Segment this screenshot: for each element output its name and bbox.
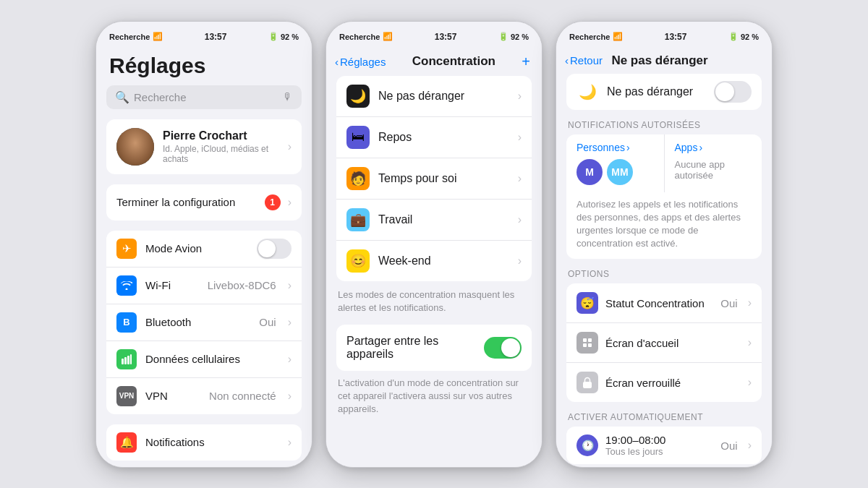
weekend-icon: 😊 xyxy=(346,249,370,273)
statut-value: Oui xyxy=(720,297,737,309)
bluetooth-row[interactable]: B Bluetooth Oui › xyxy=(106,304,302,341)
share-label: Partager entre les appareils xyxy=(346,335,475,361)
temps-chevron-icon: › xyxy=(518,172,522,185)
travail-label: Travail xyxy=(378,213,509,226)
settings-title: Réglages xyxy=(96,48,312,85)
time-1: 13:57 xyxy=(205,32,227,42)
temps-icon: 🧑 xyxy=(346,167,370,190)
phone3-content: ‹ Retour Ne pas déranger 🌙 Ne pas dérang… xyxy=(556,48,772,467)
phones-container: Recherche 📶 13:57 🔋 92 % Réglages 🔍 Rech… xyxy=(81,7,787,482)
wifi-icon-3: 📶 xyxy=(613,32,623,41)
status-right-1: 🔋 92 % xyxy=(268,32,299,41)
cellular-icon xyxy=(116,349,137,369)
avatar-face xyxy=(116,128,154,166)
status-bar-2: Recherche 📶 13:57 🔋 92 % xyxy=(326,22,542,48)
notif-authorized-group: Personnes › M MM Apps › Aucune xyxy=(566,134,762,260)
search-bar[interactable]: 🔍 Recherche 🎙 xyxy=(106,85,302,109)
config-badge: 1 xyxy=(265,194,281,210)
share-section: Partager entre les appareils xyxy=(336,325,532,371)
npd-label: Ne pas déranger xyxy=(378,90,509,103)
conc-row-temps[interactable]: 🧑 Temps pour soi › xyxy=(336,158,532,200)
accueil-label: Écran d'accueil xyxy=(605,337,741,349)
conc-row-weekend[interactable]: 😊 Week-end › xyxy=(336,241,532,281)
svg-rect-8 xyxy=(583,382,592,388)
verrouille-label: Écran verrouillé xyxy=(605,377,741,389)
status-left-3: Recherche 📶 xyxy=(569,32,623,41)
phone2-content: ‹ Réglages Concentration + 🌙 Ne pas déra… xyxy=(326,48,542,467)
options-section-header: OPTIONS xyxy=(556,259,772,283)
auto-info: 19:00–08:00 Tous les jours xyxy=(605,434,713,457)
settings-group-2: 🔔 Notifications › xyxy=(106,424,302,461)
repos-chevron-icon: › xyxy=(518,131,522,144)
nav-bar-2: ‹ Réglages Concentration + xyxy=(326,48,542,76)
statut-chevron-icon: › xyxy=(748,296,752,309)
concentration-hint: Les modes de concentration masquent les … xyxy=(326,281,542,325)
battery-icon-2: 🔋 xyxy=(498,32,509,41)
back-chevron-icon-3: ‹ xyxy=(565,54,569,67)
auto-clock-icon: 🕐 xyxy=(576,435,598,456)
svg-rect-5 xyxy=(588,338,592,342)
back-label-1: Recherche xyxy=(109,33,150,41)
airplane-mode-row[interactable]: ✈ Mode Avion xyxy=(106,231,302,267)
cellular-row[interactable]: Données cellulaires › xyxy=(106,341,302,378)
svg-rect-3 xyxy=(130,354,132,364)
temps-label: Temps pour soi xyxy=(378,172,509,185)
vpn-row[interactable]: VPN VPN Non connecté › xyxy=(106,378,302,414)
back-button-2[interactable]: ‹ Réglages xyxy=(335,56,386,68)
apps-col[interactable]: Apps › Aucune app autorisée xyxy=(665,134,762,192)
persons-avatars: M MM xyxy=(576,159,654,185)
notif-section-header: NOTIFICATIONS AUTORISÉES xyxy=(556,110,772,134)
auto-row-1[interactable]: 🕐 19:00–08:00 Tous les jours Oui › xyxy=(566,427,762,464)
profile-chevron-icon: › xyxy=(288,140,292,153)
svg-rect-7 xyxy=(588,343,592,347)
person-avatar-1: M xyxy=(576,159,603,185)
notifications-row[interactable]: 🔔 Notifications › xyxy=(106,424,302,461)
accueil-row[interactable]: Écran d'accueil › xyxy=(566,323,762,363)
search-icon: 🔍 xyxy=(115,90,129,104)
battery-pct-2: 92 % xyxy=(511,33,529,41)
conc-row-npd[interactable]: 🌙 Ne pas déranger › xyxy=(336,76,532,117)
share-toggle[interactable] xyxy=(484,337,522,359)
travail-icon: 💼 xyxy=(346,208,370,231)
npd-icon: 🌙 xyxy=(346,85,370,108)
add-button[interactable]: + xyxy=(522,53,530,70)
profile-card[interactable]: Pierre Crochart Id. Apple, iCloud, média… xyxy=(106,119,302,174)
nav-title-3: Ne pas déranger xyxy=(611,53,707,68)
wifi-icon-1: 📶 xyxy=(153,32,163,41)
statut-row[interactable]: 😴 Statut Concentration Oui › xyxy=(566,283,762,323)
profile-sub: Id. Apple, iCloud, médias et achats xyxy=(163,144,279,164)
auto-chevron-icon: › xyxy=(748,439,752,452)
vpn-chevron-icon: › xyxy=(288,390,292,403)
persons-col[interactable]: Personnes › M MM xyxy=(566,134,665,192)
bluetooth-chevron-icon: › xyxy=(288,316,292,329)
svg-rect-2 xyxy=(127,356,129,364)
airplane-toggle[interactable] xyxy=(257,239,292,259)
conc-row-travail[interactable]: 💼 Travail › xyxy=(336,200,532,241)
phone3-frame: Recherche 📶 13:57 🔋 92 % ‹ Retour Ne pas… xyxy=(556,21,773,468)
bluetooth-label: Bluetooth xyxy=(145,316,250,328)
status-right-3: 🔋 92 % xyxy=(728,32,759,41)
verrouille-icon xyxy=(576,372,598,393)
status-left-1: Recherche 📶 xyxy=(109,32,163,41)
npd-main-row[interactable]: 🌙 Ne pas déranger xyxy=(566,74,762,110)
statut-icon: 😴 xyxy=(576,292,598,314)
time-3: 13:57 xyxy=(665,32,687,42)
airplane-label: Mode Avion xyxy=(145,242,248,254)
verrouille-row[interactable]: Écran verrouillé › xyxy=(566,363,762,402)
back-button-3[interactable]: ‹ Retour xyxy=(565,54,603,67)
back-text-3: Retour xyxy=(570,54,603,67)
conc-row-repos[interactable]: 🛏 Repos › xyxy=(336,117,532,158)
notifications-label: Notifications xyxy=(145,436,279,448)
wifi-settings-icon xyxy=(116,275,137,296)
bluetooth-value: Oui xyxy=(259,316,276,328)
back-label-2: Recherche xyxy=(339,33,380,41)
wifi-row[interactable]: Wi-Fi Livebox-8DC6 › xyxy=(106,267,302,304)
search-placeholder: Recherche xyxy=(134,91,278,103)
npd-chevron-icon: › xyxy=(518,90,522,103)
avatar xyxy=(116,128,154,166)
svg-rect-4 xyxy=(583,338,587,342)
npd-main-toggle[interactable] xyxy=(714,81,752,103)
config-chevron-icon: › xyxy=(288,196,292,209)
config-card[interactable]: Terminer la configuration 1 › xyxy=(106,184,302,221)
back-label-3: Recherche xyxy=(569,33,610,41)
